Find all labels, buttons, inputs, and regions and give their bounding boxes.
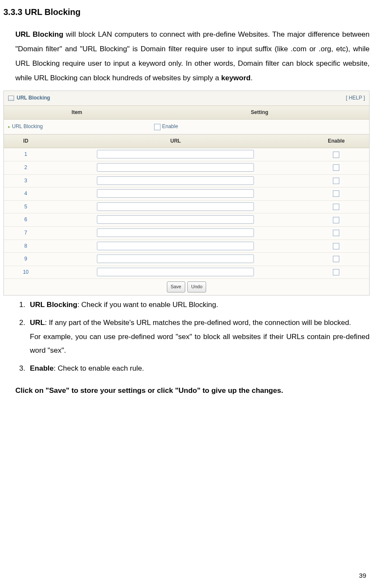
table-row: 6 bbox=[4, 214, 369, 227]
arrow-icon: ▸ bbox=[8, 124, 10, 129]
li3-bold: Enable bbox=[30, 364, 54, 372]
table-row: 9 bbox=[4, 253, 369, 266]
config-panel: URL Blocking [ HELP ] Item Setting ▸URL … bbox=[3, 91, 370, 295]
item-setting-table: Item Setting ▸URL Blocking Enable bbox=[4, 106, 369, 135]
intro-bold-url-blocking: URL Blocking bbox=[15, 30, 63, 38]
row-enable-checkbox[interactable] bbox=[333, 164, 339, 171]
closing-line: Click on "Save" to store your settings o… bbox=[15, 384, 370, 398]
row-enable-checkbox[interactable] bbox=[333, 204, 339, 210]
row-label-text: URL Blocking bbox=[12, 123, 43, 129]
url-input[interactable] bbox=[97, 176, 254, 185]
save-button[interactable]: Save bbox=[167, 281, 185, 293]
cell-id: 4 bbox=[4, 187, 48, 201]
col-enable: Enable bbox=[303, 135, 369, 148]
intro-bold-keyword: keyword bbox=[221, 74, 251, 82]
url-input[interactable] bbox=[97, 215, 254, 224]
list-item: Enable: Check to enable each rule. bbox=[27, 362, 370, 375]
li2-text-2: For example, you can use pre-defined wor… bbox=[30, 330, 370, 358]
table-row: 4 bbox=[4, 187, 369, 201]
url-input[interactable] bbox=[97, 228, 254, 237]
help-link[interactable]: [ HELP ] bbox=[346, 94, 365, 103]
url-input[interactable] bbox=[97, 202, 254, 211]
col-id: ID bbox=[4, 135, 48, 148]
row-enable-checkbox[interactable] bbox=[333, 217, 339, 223]
url-rules-table: ID URL Enable 1 2 3 4 5 bbox=[4, 135, 369, 279]
table-row: 5 bbox=[4, 200, 369, 214]
section-heading: 3.3.3 URL Blocking bbox=[3, 4, 370, 20]
intro-paragraph: URL Blocking will block LAN computers to… bbox=[15, 27, 370, 85]
row-url-blocking-setting: Enable bbox=[150, 120, 369, 135]
table-row: 1 bbox=[4, 148, 369, 161]
button-row: Save Undo bbox=[4, 279, 369, 295]
enable-master-label: Enable bbox=[162, 123, 178, 129]
panel-header: URL Blocking [ HELP ] bbox=[4, 91, 369, 106]
col-setting: Setting bbox=[150, 106, 369, 120]
row-enable-checkbox[interactable] bbox=[333, 178, 339, 184]
undo-button[interactable]: Undo bbox=[187, 281, 206, 293]
col-item: Item bbox=[4, 106, 150, 120]
row-enable-checkbox[interactable] bbox=[333, 256, 339, 262]
li2-bold: URL bbox=[30, 319, 45, 327]
row-enable-checkbox[interactable] bbox=[333, 230, 339, 236]
enable-master-checkbox[interactable] bbox=[154, 124, 160, 130]
url-input[interactable] bbox=[97, 163, 254, 172]
intro-text-1: will block LAN computers to connect with… bbox=[15, 30, 370, 82]
table-row: 3 bbox=[4, 174, 369, 187]
row-enable-checkbox[interactable] bbox=[333, 190, 339, 197]
table-row: 7 bbox=[4, 226, 369, 240]
cell-id: 6 bbox=[4, 214, 48, 227]
url-input[interactable] bbox=[97, 268, 254, 276]
col-url: URL bbox=[48, 135, 303, 148]
li3-text: : Check to enable each rule. bbox=[54, 364, 144, 372]
cell-id: 5 bbox=[4, 200, 48, 214]
table-row: 2 bbox=[4, 161, 369, 174]
panel-title: URL Blocking bbox=[17, 94, 50, 103]
window-icon bbox=[8, 96, 14, 101]
cell-id: 3 bbox=[4, 174, 48, 187]
intro-text-2: . bbox=[251, 74, 253, 82]
url-input[interactable] bbox=[97, 150, 254, 158]
row-url-blocking-label: ▸URL Blocking bbox=[4, 120, 150, 135]
url-input[interactable] bbox=[97, 189, 254, 198]
cell-id: 9 bbox=[4, 253, 48, 266]
instruction-list: URL Blocking: Check if you want to enabl… bbox=[27, 298, 370, 375]
cell-id: 7 bbox=[4, 226, 48, 240]
li1-bold: URL Blocking bbox=[30, 301, 77, 309]
url-input[interactable] bbox=[97, 255, 254, 263]
list-item: URL: If any part of the Website's URL ma… bbox=[27, 316, 370, 357]
li1-text: : Check if you want to enable URL Blocki… bbox=[77, 301, 218, 309]
row-enable-checkbox[interactable] bbox=[333, 269, 339, 275]
url-input[interactable] bbox=[97, 242, 254, 250]
li2-text-1: : If any part of the Website's URL match… bbox=[45, 319, 351, 327]
row-enable-checkbox[interactable] bbox=[333, 243, 339, 249]
cell-id: 2 bbox=[4, 161, 48, 174]
table-row: 8 bbox=[4, 240, 369, 253]
cell-id: 8 bbox=[4, 240, 48, 253]
table-row: 10 bbox=[4, 266, 369, 279]
list-item: URL Blocking: Check if you want to enabl… bbox=[27, 298, 370, 312]
cell-id: 1 bbox=[4, 148, 48, 161]
row-enable-checkbox[interactable] bbox=[333, 152, 339, 158]
cell-id: 10 bbox=[4, 266, 48, 279]
